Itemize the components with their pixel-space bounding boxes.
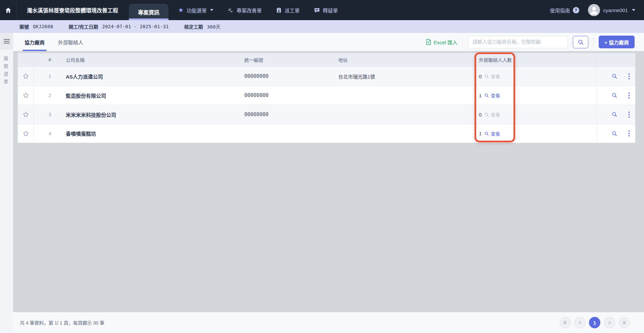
contact-count-cell: 0 查看 <box>479 73 596 80</box>
first-page-button[interactable] <box>559 317 571 328</box>
navbar-tabs: 專案資訊 <box>129 0 168 20</box>
divider <box>462 37 463 47</box>
active-tab-underline <box>129 18 168 20</box>
page-tabs: 協力廠商 外部聯絡人 <box>18 33 90 51</box>
header-index: # <box>34 57 66 62</box>
view-contacts-link[interactable]: 查看 <box>484 73 500 80</box>
magnifier-icon <box>484 93 489 98</box>
last-page-button[interactable] <box>618 317 630 328</box>
project-title: 濁水溪張林厝寮堤段整體環境改善工程 <box>17 0 129 20</box>
kebab-menu-icon <box>628 111 630 118</box>
menu-item-function-menu[interactable]: 功能選單 <box>178 7 213 14</box>
row-search-button[interactable] <box>611 111 617 117</box>
row-menu-button[interactable] <box>628 73 630 80</box>
row-search-button[interactable] <box>611 131 617 137</box>
header-contact-count: 外部聯絡人人數 <box>479 56 596 63</box>
home-icon <box>5 7 12 14</box>
header-tax-id: 統一編號 <box>244 56 338 63</box>
header-address: 地址 <box>338 56 479 63</box>
favorite-star-button[interactable] <box>18 105 34 124</box>
row-search-button[interactable] <box>611 73 617 79</box>
hamburger-icon <box>4 39 10 44</box>
navbar-right: 使用指南 ? cyanne001 <box>550 0 644 20</box>
list-check-icon <box>228 7 234 13</box>
contact-count-cell: 1 查看 <box>479 92 596 99</box>
toolbar: 協力廠商 外部聯絡人 Excel 匯入 + 協力廠商 <box>13 33 644 51</box>
search-input[interactable] <box>468 36 568 48</box>
address: 台北市瑞光路1號 <box>338 73 479 80</box>
chevron-down-icon <box>632 9 635 11</box>
pagination: 1 <box>559 317 630 328</box>
view-contacts-link[interactable]: 查看 <box>484 111 500 118</box>
tab-underline <box>22 50 47 51</box>
last-page-icon <box>622 320 627 325</box>
contact-count-cell: 1 查看 <box>479 130 596 137</box>
add-partner-button[interactable]: + 協力廠商 <box>599 36 635 48</box>
toolbar-right: Excel 匯入 + 協力廠商 <box>426 36 644 48</box>
row-index: 1 <box>34 74 66 79</box>
expand-menu-label[interactable]: 展開選單 <box>4 56 9 87</box>
top-navbar: 濁水溪張林厝寮堤段整體環境改善工程 專案資訊 功能選單 專案改善單 派工單 釋疑… <box>0 0 644 20</box>
question-mark-icon: ? <box>573 7 579 13</box>
row-menu-button[interactable] <box>628 92 630 99</box>
search-button[interactable] <box>573 36 588 48</box>
tab-external-contacts[interactable]: 外部聯絡人 <box>51 33 90 51</box>
favorite-star-button[interactable] <box>18 124 34 143</box>
company-name: 香噴噴蛋糕坊 <box>66 130 244 137</box>
prev-page-button[interactable] <box>574 317 586 328</box>
row-search-button[interactable] <box>611 92 617 98</box>
excel-import-button[interactable]: Excel 匯入 <box>426 39 457 46</box>
magnifier-icon <box>484 112 489 117</box>
menu-item-dispatch-form[interactable]: 派工單 <box>276 7 300 14</box>
clipboard-person-icon <box>276 7 282 13</box>
chevron-left-icon <box>577 320 583 325</box>
company-name: 米米米米科技股份公司 <box>66 111 244 118</box>
search-icon <box>578 39 584 45</box>
company-name: 監造股份有限公司 <box>66 92 244 99</box>
view-contacts-link[interactable]: 查看 <box>484 130 500 137</box>
tax-id: 00000000 <box>244 92 338 98</box>
contact-count: 1 <box>479 131 482 136</box>
home-button[interactable] <box>0 0 17 20</box>
table-row: 4 香噴噴蛋糕坊 1 查看 <box>18 124 635 143</box>
kebab-menu-icon <box>628 73 630 80</box>
avatar <box>588 4 600 16</box>
row-actions <box>596 124 635 143</box>
contact-count: 0 <box>479 74 482 79</box>
first-page-icon <box>562 320 568 325</box>
partners-table: # 公司名稱 統一編號 地址 外部聯絡人人數 1 AS人力派遣公司 000000… <box>18 53 635 143</box>
star-outline-icon <box>22 111 30 118</box>
user-guide-link[interactable]: 使用指南 ? <box>550 7 579 14</box>
kebab-menu-icon <box>628 130 630 137</box>
record-summary: 共 4 筆資料，第 1/ 1 頁，每頁顯示 30 筆 <box>20 319 104 326</box>
view-contacts-link[interactable]: 查看 <box>484 92 500 99</box>
current-page-button[interactable]: 1 <box>589 317 600 328</box>
header-company: 公司名稱 <box>66 56 244 63</box>
favorite-star-button[interactable] <box>18 86 34 105</box>
star-outline-icon <box>22 73 30 80</box>
row-menu-button[interactable] <box>628 130 630 137</box>
star-outline-icon <box>22 130 30 137</box>
project-info-bar: 案號 QKJ2608 開工/完工日期 2024-07-01 - 2025-01-… <box>0 20 644 33</box>
navbar-menu: 功能選單 專案改善單 派工單 釋疑單 <box>178 0 338 20</box>
row-actions <box>596 86 635 105</box>
header-actions <box>596 53 635 66</box>
search-icon <box>611 73 617 79</box>
star-outline-icon <box>22 92 30 99</box>
tab-partners[interactable]: 協力廠商 <box>18 33 51 51</box>
row-menu-button[interactable] <box>628 111 630 118</box>
chat-icon <box>314 7 320 13</box>
row-index: 3 <box>34 112 66 117</box>
menu-item-clarification-form[interactable]: 釋疑單 <box>314 7 338 14</box>
magnifier-icon <box>484 131 489 136</box>
next-page-button[interactable] <box>604 317 615 328</box>
favorite-star-button[interactable] <box>18 67 34 86</box>
menu-item-improvement-form[interactable]: 專案改善單 <box>228 7 262 14</box>
tab-project-info[interactable]: 專案資訊 <box>129 4 168 20</box>
info-case-number: 案號 QKJ2608 <box>19 23 53 30</box>
user-menu[interactable]: cyanne001 <box>588 4 635 16</box>
table-row: 3 米米米米科技股份公司 00000000 0 查看 <box>18 105 635 124</box>
star-icon <box>178 7 184 13</box>
expand-menu-button[interactable] <box>0 33 13 49</box>
contact-count: 0 <box>479 112 482 117</box>
